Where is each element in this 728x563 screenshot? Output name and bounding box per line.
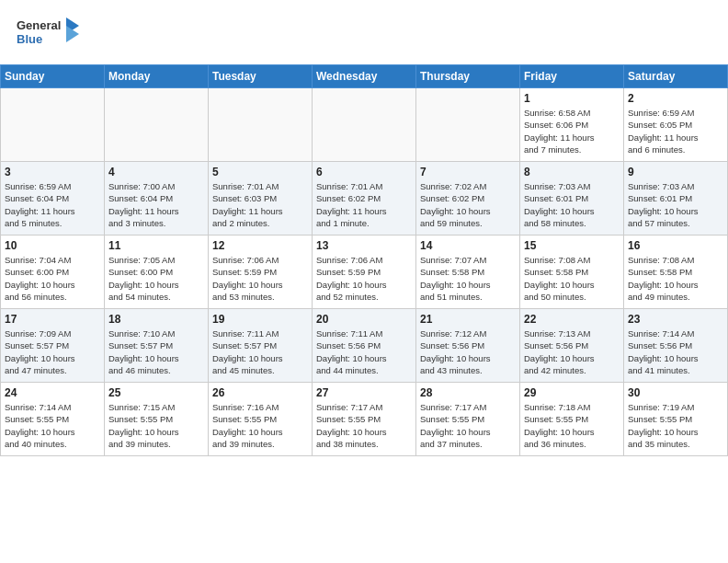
calendar-cell: 9Sunrise: 7:03 AMSunset: 6:01 PMDaylight… xyxy=(624,162,728,236)
calendar-week-row: 17Sunrise: 7:09 AMSunset: 5:57 PMDayligh… xyxy=(1,309,728,383)
day-number: 18 xyxy=(108,313,204,326)
day-info: Sunrise: 7:13 AMSunset: 5:56 PMDaylight:… xyxy=(524,327,620,376)
calendar-cell: 13Sunrise: 7:06 AMSunset: 5:59 PMDayligh… xyxy=(313,236,416,309)
day-info: Sunrise: 7:04 AMSunset: 6:00 PMDaylight:… xyxy=(5,254,100,303)
header-friday: Friday xyxy=(520,65,624,88)
day-number: 9 xyxy=(628,166,723,178)
day-number: 29 xyxy=(524,386,620,399)
header-wednesday: Wednesday xyxy=(313,65,416,88)
calendar-cell: 14Sunrise: 7:07 AMSunset: 5:58 PMDayligh… xyxy=(416,236,520,309)
calendar-cell: 20Sunrise: 7:11 AMSunset: 5:56 PMDayligh… xyxy=(313,309,416,383)
page: General Blue Sunday Monday Tuesday Wedne… xyxy=(0,0,728,456)
day-info: Sunrise: 7:16 AMSunset: 5:55 PMDaylight:… xyxy=(212,401,308,450)
logo-area: General Blue xyxy=(17,13,81,57)
calendar-cell: 19Sunrise: 7:11 AMSunset: 5:57 PMDayligh… xyxy=(209,309,313,383)
day-info: Sunrise: 6:59 AMSunset: 6:05 PMDaylight:… xyxy=(628,107,723,155)
day-number: 17 xyxy=(5,313,100,326)
day-info: Sunrise: 7:17 AMSunset: 5:55 PMDaylight:… xyxy=(420,401,516,450)
calendar-table: Sunday Monday Tuesday Wednesday Thursday… xyxy=(0,64,728,456)
day-info: Sunrise: 7:00 AMSunset: 6:04 PMDaylight:… xyxy=(108,180,204,229)
day-number: 14 xyxy=(420,239,516,252)
svg-text:Blue: Blue xyxy=(17,32,42,46)
calendar-cell: 2Sunrise: 6:59 AMSunset: 6:05 PMDaylight… xyxy=(624,88,728,162)
day-info: Sunrise: 7:06 AMSunset: 5:59 PMDaylight:… xyxy=(212,254,308,303)
day-info: Sunrise: 6:59 AMSunset: 6:04 PMDaylight:… xyxy=(5,180,100,229)
day-number: 8 xyxy=(524,166,620,178)
calendar-cell: 8Sunrise: 7:03 AMSunset: 6:01 PMDaylight… xyxy=(520,162,624,236)
day-number: 5 xyxy=(212,166,308,178)
day-info: Sunrise: 6:58 AMSunset: 6:06 PMDaylight:… xyxy=(524,107,620,155)
day-info: Sunrise: 7:14 AMSunset: 5:55 PMDaylight:… xyxy=(5,401,100,450)
calendar-cell: 17Sunrise: 7:09 AMSunset: 5:57 PMDayligh… xyxy=(1,309,105,383)
calendar-cell: 29Sunrise: 7:18 AMSunset: 5:55 PMDayligh… xyxy=(520,383,624,456)
day-info: Sunrise: 7:12 AMSunset: 5:56 PMDaylight:… xyxy=(420,327,516,376)
weekday-header-row: Sunday Monday Tuesday Wednesday Thursday… xyxy=(1,65,728,88)
day-number: 6 xyxy=(316,166,412,178)
header-tuesday: Tuesday xyxy=(209,65,313,88)
calendar-cell: 7Sunrise: 7:02 AMSunset: 6:02 PMDaylight… xyxy=(416,162,520,236)
header-saturday: Saturday xyxy=(624,65,728,88)
header-sunday: Sunday xyxy=(1,65,105,88)
calendar-cell: 6Sunrise: 7:01 AMSunset: 6:02 PMDaylight… xyxy=(313,162,416,236)
calendar-cell: 30Sunrise: 7:19 AMSunset: 5:55 PMDayligh… xyxy=(624,383,728,456)
calendar-cell: 25Sunrise: 7:15 AMSunset: 5:55 PMDayligh… xyxy=(105,383,209,456)
day-number: 22 xyxy=(524,313,620,326)
day-info: Sunrise: 7:08 AMSunset: 5:58 PMDaylight:… xyxy=(628,254,723,303)
day-info: Sunrise: 7:05 AMSunset: 6:00 PMDaylight:… xyxy=(108,254,204,303)
day-info: Sunrise: 7:06 AMSunset: 5:59 PMDaylight:… xyxy=(316,254,412,303)
calendar-cell xyxy=(105,88,209,162)
day-info: Sunrise: 7:14 AMSunset: 5:56 PMDaylight:… xyxy=(628,327,723,376)
day-info: Sunrise: 7:11 AMSunset: 5:56 PMDaylight:… xyxy=(316,327,412,376)
day-info: Sunrise: 7:11 AMSunset: 5:57 PMDaylight:… xyxy=(212,327,308,376)
header-monday: Monday xyxy=(105,65,209,88)
calendar-cell: 11Sunrise: 7:05 AMSunset: 6:00 PMDayligh… xyxy=(105,236,209,309)
logo-svg: General Blue xyxy=(17,13,81,53)
header: General Blue xyxy=(0,0,728,64)
day-number: 4 xyxy=(108,166,204,178)
header-thursday: Thursday xyxy=(416,65,520,88)
day-info: Sunrise: 7:07 AMSunset: 5:58 PMDaylight:… xyxy=(420,254,516,303)
day-number: 21 xyxy=(420,313,516,326)
calendar-cell: 1Sunrise: 6:58 AMSunset: 6:06 PMDaylight… xyxy=(520,88,624,162)
calendar-cell: 10Sunrise: 7:04 AMSunset: 6:00 PMDayligh… xyxy=(1,236,105,309)
calendar-cell xyxy=(313,88,416,162)
calendar-cell: 28Sunrise: 7:17 AMSunset: 5:55 PMDayligh… xyxy=(416,383,520,456)
day-number: 3 xyxy=(5,166,100,178)
calendar-cell: 5Sunrise: 7:01 AMSunset: 6:03 PMDaylight… xyxy=(209,162,313,236)
day-number: 15 xyxy=(524,239,620,252)
calendar-week-row: 10Sunrise: 7:04 AMSunset: 6:00 PMDayligh… xyxy=(1,236,728,309)
calendar-cell: 18Sunrise: 7:10 AMSunset: 5:57 PMDayligh… xyxy=(105,309,209,383)
calendar-cell: 3Sunrise: 6:59 AMSunset: 6:04 PMDaylight… xyxy=(1,162,105,236)
day-number: 26 xyxy=(212,386,308,399)
calendar-cell: 27Sunrise: 7:17 AMSunset: 5:55 PMDayligh… xyxy=(313,383,416,456)
calendar-cell xyxy=(209,88,313,162)
day-info: Sunrise: 7:01 AMSunset: 6:03 PMDaylight:… xyxy=(212,180,308,229)
day-info: Sunrise: 7:03 AMSunset: 6:01 PMDaylight:… xyxy=(524,180,620,229)
calendar-cell: 26Sunrise: 7:16 AMSunset: 5:55 PMDayligh… xyxy=(209,383,313,456)
day-number: 16 xyxy=(628,239,723,252)
calendar-cell: 16Sunrise: 7:08 AMSunset: 5:58 PMDayligh… xyxy=(624,236,728,309)
day-info: Sunrise: 7:01 AMSunset: 6:02 PMDaylight:… xyxy=(316,180,412,229)
day-number: 7 xyxy=(420,166,516,178)
day-number: 12 xyxy=(212,239,308,252)
logo: General Blue xyxy=(17,13,81,57)
day-number: 25 xyxy=(108,386,204,399)
day-info: Sunrise: 7:15 AMSunset: 5:55 PMDaylight:… xyxy=(108,401,204,450)
day-number: 19 xyxy=(212,313,308,326)
day-number: 10 xyxy=(5,239,100,252)
day-info: Sunrise: 7:03 AMSunset: 6:01 PMDaylight:… xyxy=(628,180,723,229)
day-number: 27 xyxy=(316,386,412,399)
day-number: 1 xyxy=(524,92,620,105)
calendar-cell: 12Sunrise: 7:06 AMSunset: 5:59 PMDayligh… xyxy=(209,236,313,309)
calendar-cell xyxy=(1,88,105,162)
day-number: 2 xyxy=(628,92,723,105)
day-number: 28 xyxy=(420,386,516,399)
day-number: 13 xyxy=(316,239,412,252)
day-number: 20 xyxy=(316,313,412,326)
day-number: 30 xyxy=(628,386,723,399)
day-number: 24 xyxy=(5,386,100,399)
calendar-cell: 4Sunrise: 7:00 AMSunset: 6:04 PMDaylight… xyxy=(105,162,209,236)
calendar-cell: 15Sunrise: 7:08 AMSunset: 5:58 PMDayligh… xyxy=(520,236,624,309)
calendar-cell: 23Sunrise: 7:14 AMSunset: 5:56 PMDayligh… xyxy=(624,309,728,383)
calendar-week-row: 3Sunrise: 6:59 AMSunset: 6:04 PMDaylight… xyxy=(1,162,728,236)
